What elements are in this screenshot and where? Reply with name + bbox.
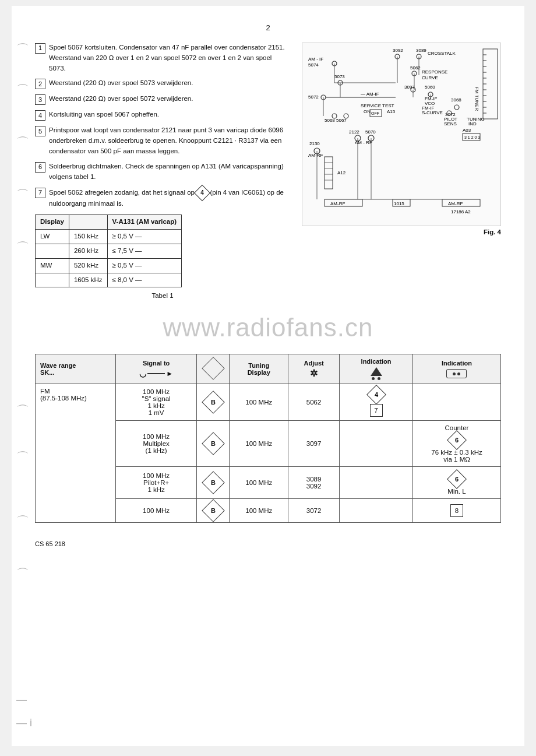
svg-text:OFF: OFF — [371, 111, 379, 115]
col-empty — [69, 215, 107, 230]
cell-ind2-fm-3: 6 Min. L — [412, 467, 500, 499]
adjust-icon: ✲ — [310, 368, 318, 379]
counter-6-diamond: 6 — [447, 430, 467, 450]
watermark: www.radiofans.cn — [35, 313, 501, 342]
cell-ind1-fm-3 — [340, 467, 413, 499]
counter-display-icon — [446, 369, 467, 378]
signal-arrow-head: ► — [166, 370, 173, 378]
svg-text:5073: 5073 — [334, 74, 345, 79]
svg-text:AM-RF: AM-RF — [308, 153, 323, 158]
circuit-diagram-container: AM - IF 5074 3092 3089 CROSSTALK FM TUNE… — [302, 43, 501, 301]
tuning-label: Tuning — [234, 362, 283, 369]
square-8-label: 8 — [455, 507, 459, 514]
cell-mw: MW — [36, 258, 69, 273]
table-row-fm-1: FM(87.5-108 MHz) 100 MHz"S" signal1 kHz1… — [36, 384, 501, 421]
cell-ind2-fm-1 — [412, 384, 500, 421]
cell-ind1-fm-2 — [340, 421, 413, 467]
instr-text-1: Spoel 5067 kortsluiten. Condensator van … — [49, 43, 290, 73]
cell-tuning-fm-1: 100 MHz — [230, 384, 288, 421]
svg-text:17186 A2: 17186 A2 — [451, 209, 471, 215]
svg-text:RESPONSE: RESPONSE — [422, 69, 447, 75]
circuit-svg: AM - IF 5074 3092 3089 CROSSTALK FM TUNE… — [302, 43, 500, 224]
main-table: Wave range SK... Signal to ◡ ► Tuni — [35, 354, 501, 523]
svg-text:SERVICE TEST: SERVICE TEST — [361, 103, 394, 108]
margin-mark-8: ⌒ — [16, 513, 29, 530]
cell-adjust-fm-4: 3072 — [288, 499, 340, 523]
svg-text:A15: A15 — [387, 109, 396, 114]
cell-tuning-fm-3: 100 MHz — [230, 467, 288, 499]
svg-text:3 1 2 0 3: 3 1 2 0 3 — [464, 135, 480, 139]
triangle-up-icon — [371, 367, 382, 376]
b-diamond-3: B — [202, 471, 225, 494]
wave-range-label: Wave range — [40, 362, 111, 369]
instr-text-2: Weerstand (220 Ω) over spoel 5073 verwij… — [49, 78, 290, 89]
cell-diamond-fm-1: B — [196, 384, 230, 421]
cell-lw-empty — [36, 244, 69, 258]
cell-adjust-fm-3: 30893092 — [288, 467, 340, 499]
margin-mark-2: ⌒ — [16, 82, 29, 99]
col-indication-2: Indication — [412, 354, 500, 384]
circle-4-diamond: 4 — [366, 385, 386, 405]
margin-mark-9: ⌒ — [16, 565, 29, 583]
svg-text:2130: 2130 — [309, 141, 320, 146]
svg-text:ON: ON — [364, 109, 371, 114]
cell-signal-fm-1: 100 MHz"S" signal1 kHz1 mV — [116, 384, 196, 421]
instr-num-4: 4 — [35, 110, 45, 121]
page: ⌒ ⌒ ⌒ ⌒ ⌒ ⌒ ⌒ ⌒ ⌒ — — i 2 1 Spoel 5067 k… — [12, 6, 524, 746]
svg-text:5060: 5060 — [425, 85, 435, 90]
svg-text:AM-RF: AM-RF — [448, 201, 463, 206]
col-display: Display — [36, 215, 69, 230]
instr-text-3: Weerstand (220 Ω) over spoel 5072 verwij… — [49, 94, 290, 104]
col-indication-1: Indication — [340, 354, 413, 384]
b-diamond-2: B — [202, 432, 225, 455]
instructions-block: 1 Spoel 5067 kortsluiten. Condensator va… — [35, 43, 290, 301]
svg-text:3097: 3097 — [404, 85, 415, 90]
counter-icon-dot1 — [453, 372, 456, 375]
cell-lw-260: ≤ 7,5 V — — [107, 244, 182, 258]
b-diamond-1: B — [202, 391, 225, 414]
instruction-4: 4 Kortsluiting van spoel 5067 opheffen. — [35, 110, 290, 121]
instr-text-6: Soldeerbrug dichtmaken. Check de spannin… — [49, 161, 290, 182]
svg-text:3089: 3089 — [416, 48, 426, 53]
top-section: 1 Spoel 5067 kortsluiten. Condensator va… — [35, 43, 501, 301]
instruction-6: 6 Soldeerbrug dichtmaken. Check de spann… — [35, 161, 290, 182]
svg-text:— AM-IF: — AM-IF — [361, 92, 379, 97]
tabel-label: Tabel 1 — [35, 291, 290, 301]
cell-tuning-fm-4: 100 MHz — [230, 499, 288, 523]
cell-ind1-fm-1: 4 7 — [340, 384, 413, 421]
b-diamond-4: B — [202, 499, 225, 522]
svg-text:AM - IF: AM - IF — [308, 57, 323, 62]
instr-text-5: Printspoor wat loopt van condensator 212… — [49, 125, 290, 156]
svg-text:CROSSTALK: CROSSTALK — [428, 51, 456, 56]
cell-ind2-fm-4: 8 — [412, 499, 500, 523]
signal-arrow-line — [147, 373, 165, 374]
circle-4-label: 4 — [375, 391, 378, 398]
b-letter-4: B — [211, 507, 216, 514]
dot-right — [378, 377, 380, 380]
svg-text:5068  5067: 5068 5067 — [325, 118, 347, 123]
cell-ind1-fm-4 — [340, 499, 413, 523]
instr-text-7: Spoel 5062 afregelen zodanig, dat het si… — [49, 187, 290, 209]
b-letter-2: B — [211, 440, 216, 447]
col-varicap: V-A131 (AM varicap) — [107, 215, 182, 230]
circuit-area: AM - IF 5074 3092 3089 CROSSTALK FM TUNE… — [302, 43, 501, 226]
margin-mark-10: — — [16, 694, 27, 706]
col-adjust: Adjust ✲ — [288, 354, 340, 384]
cell-signal-fm-4: 100 MHz — [116, 499, 196, 523]
cell-lw-150: ≥ 0,5 V — — [107, 230, 182, 244]
instr-num-5: 5 — [35, 126, 45, 136]
svg-text:IND: IND — [468, 121, 477, 126]
instr-num-2: 2 — [35, 79, 45, 89]
indication-2-label: Indication — [418, 360, 496, 367]
col-signal-to: Signal to ◡ ► — [116, 354, 196, 384]
diamond-col-icon — [202, 357, 225, 380]
col-tuning-display: Tuning Display — [230, 354, 288, 384]
svg-text:5070: 5070 — [365, 129, 376, 135]
footer-label: CS 65 218 — [35, 540, 501, 547]
svg-text:CURVE: CURVE — [422, 75, 438, 80]
square-7-label: 7 — [374, 407, 378, 414]
display-label: Display — [234, 369, 283, 376]
margin-mark-7: ⌒ — [16, 449, 29, 466]
col-diamond — [196, 354, 230, 384]
margin-mark-6: ⌒ — [16, 402, 29, 420]
